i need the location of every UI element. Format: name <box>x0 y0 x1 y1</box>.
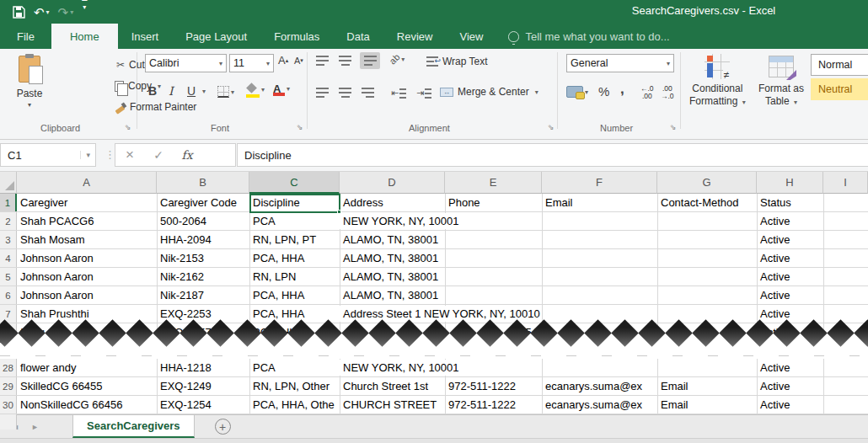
cell-G30[interactable]: Email <box>657 397 756 413</box>
percent-style-button[interactable]: % <box>598 84 609 99</box>
cell-B5[interactable]: Nik-2162 <box>157 269 249 285</box>
cell-B28[interactable]: HHA-1218 <box>157 360 249 376</box>
font-color-button[interactable]: A ▾ <box>273 83 290 94</box>
cell-A4[interactable]: Johnson Aaron <box>17 250 156 266</box>
top-align-button[interactable] <box>316 56 329 66</box>
cell-D29[interactable]: Church Street 1st <box>340 378 444 394</box>
cell-F29[interactable]: ecanarys.suma@ex <box>542 378 656 394</box>
font-size-combobox[interactable]: 11 ▾ <box>229 54 274 72</box>
column-header-B[interactable]: B <box>157 172 249 194</box>
column-header-G[interactable]: G <box>657 172 757 194</box>
cell-G29[interactable]: Email <box>657 378 756 394</box>
paste-dropdown-icon[interactable]: ▾ <box>28 101 31 109</box>
format-painter-button[interactable]: Format Painter <box>115 101 196 113</box>
cell-A6[interactable]: Johnson Aaron <box>17 287 156 303</box>
borders-button[interactable]: ▾ <box>217 86 234 98</box>
cell-C28[interactable]: PCA <box>249 360 339 376</box>
comma-style-button[interactable]: , <box>620 81 624 98</box>
cell-E1[interactable]: Phone <box>445 195 541 211</box>
decrease-decimal-button[interactable]: .00 →.0 <box>661 85 674 101</box>
cell-B30[interactable]: EXQ-1254 <box>157 397 249 413</box>
tab-view[interactable]: View <box>446 24 496 49</box>
cell-A30[interactable]: NonSkilledCG 66456 <box>17 397 156 413</box>
row-header-3[interactable]: 3 <box>0 231 17 248</box>
orientation-button[interactable]: ab▾ <box>389 54 405 64</box>
tab-formulas[interactable]: Formulas <box>260 24 333 49</box>
cell-D3[interactable]: ALAMO, TN, 38001 <box>340 232 444 248</box>
number-format-combobox[interactable]: General ▾ <box>566 54 674 72</box>
cell-H4[interactable]: Active <box>757 250 822 266</box>
align-right-button[interactable] <box>362 88 374 98</box>
cell-H30[interactable]: Active <box>757 397 822 413</box>
font-family-dropdown-icon[interactable]: ▾ <box>219 60 222 67</box>
align-center-button[interactable] <box>339 88 351 98</box>
cell-G1[interactable]: Contact-Method <box>657 195 756 211</box>
conditional-formatting-button[interactable]: ≠ Conditional Formatting ▾ <box>689 54 746 108</box>
cell-B4[interactable]: Nik-2153 <box>157 250 249 266</box>
cell-D7[interactable]: Address Steet 1 NEW YORK, NY, 10010 <box>340 306 542 322</box>
row-header-5[interactable]: 5 <box>0 268 17 286</box>
cell-H5[interactable]: Active <box>757 269 822 285</box>
fill-color-dropdown-icon[interactable]: ▾ <box>261 86 265 93</box>
cell-C3[interactable]: RN, LPN, PT <box>249 232 339 248</box>
name-box[interactable]: C1 ▾ <box>0 143 96 167</box>
column-header-F[interactable]: F <box>542 172 657 194</box>
column-header-D[interactable]: D <box>340 172 445 194</box>
cell-C6[interactable]: PCA, HHA <box>249 287 339 303</box>
decrease-indent-button[interactable]: ⇤ <box>391 88 406 99</box>
formula-input[interactable]: Discipline <box>237 143 868 167</box>
accounting-dropdown-icon[interactable]: ▾ <box>585 88 588 96</box>
tab-review[interactable]: Review <box>383 24 447 49</box>
cell-A3[interactable]: Shah Mosam <box>17 232 156 248</box>
cell-B1[interactable]: Caregiver Code <box>157 195 249 211</box>
cell-D2[interactable]: NEW YORK, NY, 10001 <box>340 213 461 229</box>
cell-B3[interactable]: HHA-2094 <box>157 232 249 248</box>
cell-D4[interactable]: ALAMO, TN, 38001 <box>340 250 444 266</box>
decrease-font-size-button[interactable]: A▾ <box>294 56 303 66</box>
column-header-C[interactable]: C <box>249 172 340 194</box>
row-header-2[interactable]: 2 <box>0 212 17 230</box>
cell-A29[interactable]: SkilledCG 66455 <box>17 378 156 394</box>
cell-E30[interactable]: 972-511-1222 <box>445 397 541 413</box>
font-color-dropdown-icon[interactable]: ▾ <box>287 85 290 93</box>
cell-D6[interactable]: ALAMO, TN, 38001 <box>340 287 444 303</box>
row-header-30[interactable]: 30 <box>0 396 17 414</box>
tab-file[interactable]: File <box>0 24 51 49</box>
fill-color-button[interactable]: ▾ <box>246 84 265 94</box>
font-family-combobox[interactable]: Calibri ▾ <box>145 54 227 72</box>
borders-dropdown-icon[interactable]: ▾ <box>231 88 234 96</box>
wrap-text-button[interactable]: Wrap Text <box>426 56 488 67</box>
cell-C29[interactable]: RN, LPN, Other <box>249 378 339 394</box>
cell-A7[interactable]: Shah Prushthi <box>17 306 156 322</box>
clipboard-dialog-launcher-icon[interactable]: ⇘ <box>125 123 131 131</box>
cell-F1[interactable]: Email <box>542 195 656 211</box>
cell-C7[interactable]: PCA, HHA <box>249 306 339 322</box>
cell-D30[interactable]: CHURCH STREET <box>340 397 444 413</box>
row-header-1[interactable]: 1 <box>0 194 17 211</box>
row-header-29[interactable]: 29 <box>0 377 17 395</box>
cell-C30[interactable]: PCA, HHA, Othe <box>249 397 339 413</box>
cell-C2[interactable]: PCA <box>249 213 339 229</box>
align-left-button[interactable] <box>316 88 329 98</box>
cell-B7[interactable]: EXQ-2253 <box>157 306 249 322</box>
italic-button[interactable]: I <box>169 84 174 98</box>
cell-A5[interactable]: Johnson Aaron <box>17 269 156 285</box>
bottom-align-button[interactable] <box>360 52 380 69</box>
cell-A28[interactable]: flower andy <box>17 360 156 376</box>
cell-H1[interactable]: Status <box>757 195 822 211</box>
merge-center-dropdown-icon[interactable]: ▾ <box>535 88 538 96</box>
tab-data[interactable]: Data <box>333 24 383 49</box>
tell-me-box[interactable]: Tell me what you want to do... <box>508 24 669 49</box>
insert-function-button[interactable]: fx <box>173 148 201 162</box>
cell-B29[interactable]: EXQ-1249 <box>157 378 249 394</box>
format-as-table-button[interactable]: Format as Table ▾ <box>758 56 804 108</box>
style-normal[interactable]: Normal <box>811 54 868 76</box>
select-all-button[interactable] <box>0 172 17 194</box>
column-header-H[interactable]: H <box>757 172 823 194</box>
cell-A1[interactable]: Caregiver <box>17 195 156 211</box>
number-format-dropdown-icon[interactable]: ▾ <box>667 60 670 67</box>
cell-D1[interactable]: Address <box>340 195 444 211</box>
bold-button[interactable]: B <box>148 84 157 98</box>
cut-button[interactable]: ✂ Cut <box>116 59 145 71</box>
cell-H2[interactable]: Active <box>757 213 822 229</box>
